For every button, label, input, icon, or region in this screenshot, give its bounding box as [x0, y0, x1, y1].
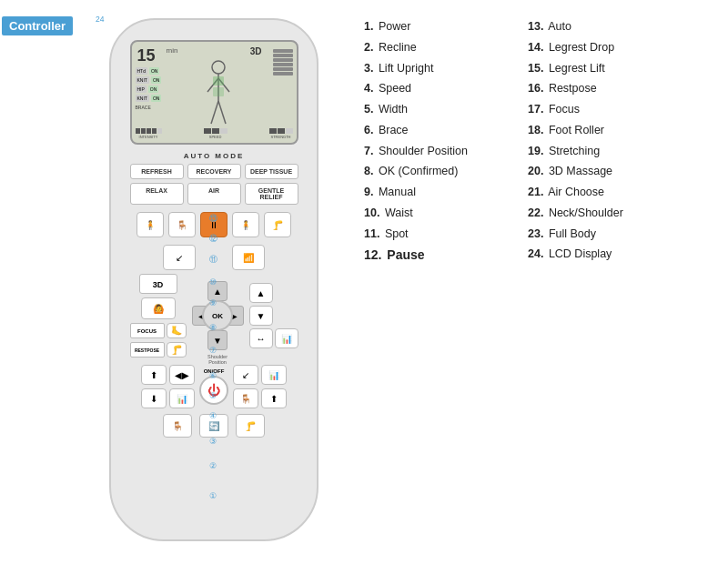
- btn-19-stretching[interactable]: 🙆: [141, 297, 176, 319]
- lcd-bar-group: [273, 49, 293, 76]
- btn-13-auto[interactable]: 📊: [261, 365, 287, 385]
- auto-mode-section: AUTO MODE REFRESH RECOVERY DEEP TISSUE R…: [130, 152, 298, 205]
- btn-16-restpose[interactable]: RESTPOSE: [130, 342, 165, 357]
- btn-4-speed[interactable]: 📊: [275, 328, 298, 348]
- onoff-left-row1: ⬆ ◀▶: [141, 365, 195, 385]
- lcd-row-2: KNIT ON: [136, 76, 162, 84]
- list-item-17: 17. Focus: [528, 101, 646, 118]
- recovery-button[interactable]: RECOVERY: [187, 164, 241, 179]
- onoff-right-row2: 🪑 ⬆: [233, 388, 287, 408]
- lcd-display: 15 min 3D HTd ON KNIT ON HIP ON KNIT: [130, 40, 298, 145]
- relax-button[interactable]: RELAX: [130, 183, 184, 205]
- ann-5: ⑤: [209, 391, 217, 400]
- btn-strength[interactable]: 📊: [169, 388, 195, 408]
- list-item-2: 2. Recline: [364, 39, 510, 56]
- restpose-row: RESTPOSE 🦵: [130, 342, 187, 357]
- list-item-23: 23. Full Body: [528, 226, 646, 243]
- left-ctrl-col: 3D 🙆 FOCUS 🦶 RESTPOSE 🦵: [130, 274, 187, 357]
- list-item-10: 10. Waist: [364, 205, 510, 222]
- onoff-left-row2: ⬇ 📊: [141, 388, 195, 408]
- onoff-right-btns: ↙ 📊 🪑 ⬆: [233, 365, 287, 408]
- list-item-4: 4. Speed: [364, 80, 510, 97]
- btn-22-neck-shoulder[interactable]: 🧍: [136, 212, 164, 237]
- btn-5-width[interactable]: ↔: [249, 328, 273, 348]
- btn-6-brace[interactable]: ▼: [249, 306, 273, 326]
- list-item-8: 8. OK (Confirmed): [364, 163, 510, 180]
- list-item-20: 20. 3D Massage: [528, 163, 646, 180]
- btn-20-3d-massage[interactable]: 3D: [139, 274, 177, 294]
- btn-leg[interactable]: 🦵: [167, 342, 187, 357]
- shoulder-pos-hint: ShoulderPosition: [207, 354, 228, 365]
- list-item-13: 13. Auto: [528, 18, 646, 35]
- air-button[interactable]: AIR: [187, 183, 241, 205]
- right-icon-col: ▲ ▼ ↔ 📊: [249, 283, 298, 348]
- list-item-12: 12. Pause: [364, 246, 510, 265]
- ann-2: ②: [209, 461, 217, 470]
- svg-rect-6: [213, 76, 224, 86]
- lcd-brace-label: BRACE: [136, 105, 162, 110]
- list-item-16: 16. Restpose: [528, 80, 646, 97]
- auto-mode-title: AUTO MODE: [130, 152, 298, 160]
- deep-tissue-button[interactable]: DEEP TISSUE: [245, 164, 298, 179]
- btn-2-recline[interactable]: 🪑: [233, 388, 258, 408]
- svg-line-5: [218, 101, 226, 124]
- list-item-5: 5. Width: [364, 101, 510, 118]
- refresh-button[interactable]: REFRESH: [130, 164, 184, 179]
- svg-rect-7: [213, 87, 224, 96]
- btn-leg-down[interactable]: ⬇: [141, 388, 167, 408]
- lcd-right-bars: [273, 49, 293, 76]
- btn-bottom-right[interactable]: 🦵: [236, 414, 265, 438]
- lcd-row-1: HTd ON: [136, 67, 162, 75]
- ann-1: ①: [209, 491, 217, 500]
- ann-11: ⑪: [209, 255, 217, 266]
- btn-17-focus[interactable]: FOCUS: [130, 323, 165, 338]
- auto-mode-grid: REFRESH RECOVERY DEEP TISSUE RELAX AIR G…: [130, 164, 298, 205]
- lcd-time: 15: [137, 46, 156, 65]
- btn-wifi[interactable]: 📶: [232, 245, 265, 270]
- ann-24: 24: [96, 15, 104, 24]
- list-col-2: 13. Auto 14. Legrest Drop 15. Legrest Li…: [528, 18, 646, 265]
- btn-3-lift-upright[interactable]: ⬆: [261, 388, 287, 408]
- list-item-7: 7. Shoulder Position: [364, 143, 510, 160]
- lcd-bottom-labels: INTENSITY SPEED: [136, 128, 293, 139]
- list-item-22: 22. Neck/Shoulder: [528, 205, 646, 222]
- lcd-row-4: KNIT ON: [136, 95, 162, 102]
- dpad: ▲ ▼ ◀ ▶ OK ShoulderPosition: [190, 279, 246, 352]
- svg-point-0: [212, 61, 225, 74]
- list-col-1: 1. Power 2. Recline 3. Lift Upright 4. S…: [364, 18, 510, 265]
- controller-label: Controller: [2, 16, 73, 35]
- btn-7-shoulder[interactable]: ▲: [249, 283, 273, 303]
- list-columns: 1. Power 2. Recline 3. Lift Upright 4. S…: [364, 18, 710, 265]
- gentle-relief-button[interactable]: GENTLE RELIEF: [245, 183, 298, 205]
- btn-11-spot[interactable]: 🧍: [232, 212, 259, 237]
- ann-6: ⑥: [209, 371, 217, 380]
- btn-23-full-body[interactable]: 🪑: [168, 212, 196, 237]
- onoff-right-row1: ↙ 📊: [233, 365, 287, 385]
- ann-4: ④: [209, 411, 217, 420]
- list-item-1: 1. Power: [364, 18, 510, 35]
- lcd-row-3: HIP ON: [136, 86, 162, 93]
- list-item-11: 11. Spot: [364, 226, 409, 243]
- right-panel: 1. Power 2. Recline 3. Lift Upright 4. S…: [364, 18, 710, 265]
- svg-line-4: [211, 101, 218, 124]
- list-item-21: 21. Air Choose: [528, 184, 646, 201]
- ann-7: ⑦: [209, 346, 217, 355]
- btn-waist-left[interactable]: ⬆: [141, 365, 167, 385]
- ann-8: ⑧: [209, 323, 217, 332]
- remote-control: 15 min 3D HTd ON KNIT ON HIP ON KNIT: [91, 18, 337, 555]
- speed-section: SPEED: [204, 128, 228, 139]
- btn-bottom-left[interactable]: 🪑: [163, 414, 192, 438]
- list-item-24: 24. LCD Display: [528, 246, 646, 263]
- btn-21-air-choose[interactable]: ↙: [163, 245, 196, 270]
- btn-15-legrest-lift[interactable]: 🦵: [264, 212, 291, 237]
- btn-8-ok[interactable]: OK: [202, 300, 233, 331]
- list-item-6: 6. Brace: [364, 122, 510, 139]
- list-item-14: 14. Legrest Drop: [528, 39, 646, 56]
- btn-18-foot-roller[interactable]: 🦶: [167, 323, 187, 338]
- btn-waist-mid[interactable]: ◀▶: [169, 365, 195, 385]
- ann-3: ③: [209, 437, 217, 446]
- focus-row: FOCUS 🦶: [130, 323, 187, 338]
- ann-9: ⑨: [209, 298, 217, 307]
- ann-13: ⑬: [209, 214, 217, 225]
- btn-14-legrest-drop[interactable]: ↙: [233, 365, 258, 385]
